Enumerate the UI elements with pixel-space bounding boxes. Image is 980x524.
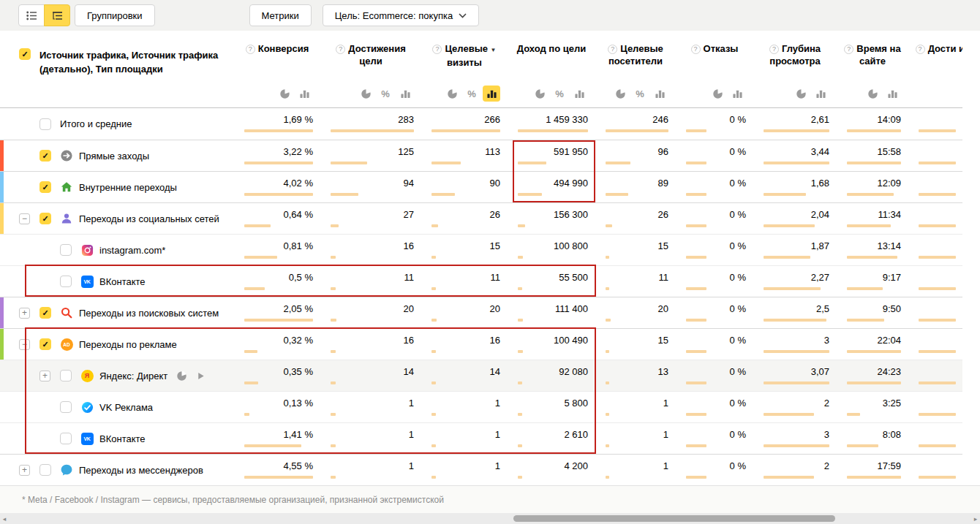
row-checkbox[interactable]: ✓ xyxy=(39,150,51,162)
pie-view-icon[interactable] xyxy=(357,86,374,102)
scroll-right-arrow-icon[interactable]: ▸ xyxy=(971,515,980,523)
display-mode-icons xyxy=(792,86,832,102)
row-checkbox[interactable] xyxy=(60,433,72,444)
value-bar xyxy=(431,381,436,384)
value-bar xyxy=(606,162,630,164)
row-checkbox[interactable] xyxy=(60,401,72,413)
column-label-depth[interactable]: ?Глубина просмотра xyxy=(758,42,832,67)
row-checkbox[interactable]: ✓ xyxy=(39,213,51,224)
scroll-left-arrow-icon[interactable]: ◂ xyxy=(0,515,9,523)
row-checkbox[interactable] xyxy=(60,244,72,256)
collapse-icon[interactable]: − xyxy=(19,339,30,350)
cell-value: 27 xyxy=(320,209,421,221)
select-all-checkbox[interactable]: ✓ xyxy=(19,48,31,60)
bar-view-icon[interactable] xyxy=(883,86,901,102)
expand-icon[interactable]: + xyxy=(19,308,30,319)
display-mode-icons xyxy=(864,86,904,102)
cell-value: 0 % xyxy=(676,460,753,473)
groupings-button[interactable]: Группировки xyxy=(75,4,155,26)
cell-value: 591 950 xyxy=(508,146,595,159)
value-bar xyxy=(686,381,706,384)
cell-conversion: 1,41 % xyxy=(234,423,320,454)
row-checkbox[interactable] xyxy=(39,464,51,476)
value-bar xyxy=(764,476,814,479)
value-bar xyxy=(331,129,414,132)
bar-view-icon[interactable] xyxy=(483,86,500,102)
help-icon[interactable]: ? xyxy=(432,45,442,54)
column-label-time_on_site[interactable]: ?Время на сайте xyxy=(841,42,904,67)
value-bar xyxy=(606,413,609,416)
percent-view-icon[interactable]: % xyxy=(377,86,394,102)
direct-icon xyxy=(60,149,73,162)
help-icon[interactable]: ? xyxy=(844,45,853,54)
goal-select[interactable]: Цель: Ecommerce: покупка xyxy=(323,4,479,26)
bar-view-icon[interactable] xyxy=(812,86,829,102)
pie-view-icon[interactable] xyxy=(792,86,810,102)
bar-view-icon[interactable] xyxy=(570,86,588,102)
pie-view-icon[interactable] xyxy=(864,86,881,102)
row-label[interactable]: Итого и средние xyxy=(60,118,132,129)
expand-icon[interactable]: + xyxy=(19,465,30,476)
horizontal-scrollbar[interactable]: ◂ ▸ xyxy=(0,513,980,524)
view-list-button[interactable] xyxy=(18,4,45,26)
bar-view-icon[interactable] xyxy=(728,86,746,102)
row-checkbox[interactable] xyxy=(60,370,72,381)
row-label[interactable]: ВКонтакте xyxy=(99,433,146,444)
cell-value: 125 xyxy=(320,146,421,159)
row-label[interactable]: Переходы по рекламе xyxy=(79,339,177,350)
value-bar xyxy=(606,129,668,132)
column-label-target_visits[interactable]: ?Целевые ▼визиты xyxy=(432,42,496,69)
row-label[interactable]: Переходы из социальных сетей xyxy=(79,213,219,224)
column-label-conversion[interactable]: ?Конверсия xyxy=(246,42,309,55)
column-label-cut[interactable]: ?Дости избра xyxy=(916,42,962,55)
percent-view-icon[interactable]: % xyxy=(463,86,480,102)
bar-view-icon[interactable] xyxy=(651,86,668,102)
row-label[interactable]: Яндекс: Директ xyxy=(99,371,167,381)
column-label-bounce[interactable]: ?Отказы xyxy=(691,42,739,55)
pie-view-icon[interactable] xyxy=(709,86,726,102)
value-bar xyxy=(431,413,436,416)
pie-view-icon[interactable] xyxy=(611,86,629,102)
cell-value: 3:25 xyxy=(837,398,908,410)
view-tree-button[interactable] xyxy=(44,4,70,26)
help-icon[interactable]: ? xyxy=(691,45,701,54)
pie-view-icon[interactable] xyxy=(531,86,549,102)
cell-value: 26 xyxy=(595,209,676,221)
cell-value: 0 % xyxy=(676,209,753,221)
bar-view-icon[interactable] xyxy=(396,86,414,102)
bar-view-icon[interactable] xyxy=(295,86,313,102)
help-icon[interactable]: ? xyxy=(246,45,255,54)
row-checkbox[interactable] xyxy=(60,276,72,287)
cell-cut-column xyxy=(908,266,962,297)
row-label[interactable]: VK Реклама xyxy=(99,402,153,413)
percent-view-icon[interactable]: % xyxy=(631,86,649,102)
scrollbar-track[interactable] xyxy=(9,513,971,524)
expand-icon[interactable]: + xyxy=(39,371,50,381)
row-label[interactable]: Прямые заходы xyxy=(79,151,149,162)
row-label[interactable]: Переходы из мессенджеров xyxy=(79,465,203,476)
value-bar xyxy=(919,319,956,322)
pie-view-icon[interactable] xyxy=(276,86,293,102)
column-label-target_visitors[interactable]: ?Целевые посетители xyxy=(600,42,671,67)
pie-action-icon[interactable] xyxy=(176,371,187,381)
help-icon[interactable]: ? xyxy=(336,45,345,54)
column-label-goal_reaches[interactable]: ?Достижения цели xyxy=(333,42,408,67)
metrics-button[interactable]: Метрики xyxy=(249,4,312,26)
help-icon[interactable]: ? xyxy=(608,45,617,54)
row-checkbox[interactable]: ✓ xyxy=(39,181,51,193)
row-label[interactable]: instagram.com* xyxy=(99,245,165,256)
collapse-icon[interactable]: − xyxy=(19,213,30,224)
help-icon[interactable]: ? xyxy=(916,45,925,54)
row-checkbox[interactable]: ✓ xyxy=(39,338,51,350)
row-label[interactable]: Переходы из поисковых систем xyxy=(79,308,219,319)
play-action-icon[interactable] xyxy=(196,371,206,381)
row-label[interactable]: ВКонтакте xyxy=(99,276,146,287)
row-label[interactable]: Внутренние переходы xyxy=(79,182,177,193)
row-checkbox[interactable]: ✓ xyxy=(39,307,51,319)
pie-view-icon[interactable] xyxy=(443,86,461,102)
row-checkbox[interactable] xyxy=(39,118,51,130)
percent-view-icon[interactable]: % xyxy=(551,86,568,102)
column-label-goal_revenue[interactable]: Доход по цели xyxy=(517,42,586,55)
help-icon[interactable]: ? xyxy=(769,45,779,54)
scrollbar-thumb[interactable] xyxy=(513,515,835,522)
